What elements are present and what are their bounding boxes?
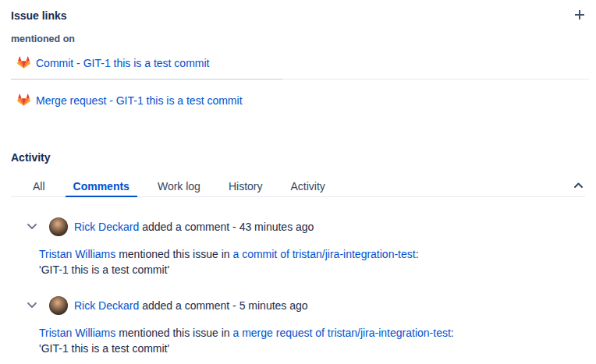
- comment-meta: added a comment - 5 minutes ago: [142, 299, 307, 312]
- tab-history[interactable]: History: [221, 177, 271, 197]
- commit-link[interactable]: Commit - GIT-1 this is a test commit: [36, 57, 209, 69]
- tab-work-log[interactable]: Work log: [150, 177, 208, 197]
- issue-link-divider: [11, 79, 589, 80]
- collapse-activity-button[interactable]: [574, 182, 583, 189]
- comment-item: Rick Deckard added a comment - 5 minutes…: [11, 296, 585, 356]
- comment-body: Tristan Williams mentioned this issue in…: [39, 325, 585, 356]
- add-issue-link-button[interactable]: [574, 9, 585, 22]
- comment-body-line: Tristan Williams mentioned this issue in…: [39, 325, 585, 341]
- issue-link-row-merge-request: Merge request - GIT-1 this is a test com…: [11, 94, 585, 108]
- tab-comments[interactable]: Comments: [66, 177, 137, 197]
- activity-section: Activity All Comments Work log History A…: [0, 151, 596, 356]
- comment-body-text: mentioned this issue in: [119, 327, 229, 339]
- comment-meta: added a comment - 43 minutes ago: [142, 221, 314, 233]
- merge-request-link[interactable]: Merge request - GIT-1 this is a test com…: [36, 94, 243, 107]
- chevron-up-icon: [574, 179, 583, 191]
- issue-link-row-commit: Commit - GIT-1 this is a test commit: [11, 56, 585, 70]
- comment-header: Rick Deckard added a comment - 43 minute…: [11, 217, 585, 236]
- comment-body-text: mentioned this issue in: [119, 248, 229, 260]
- issue-links-header: Issue links: [11, 9, 585, 22]
- collapse-comment-button[interactable]: [27, 224, 37, 230]
- tab-all[interactable]: All: [25, 177, 53, 197]
- avatar: [49, 296, 68, 315]
- mention-source-link[interactable]: a merge request of tristan/jira-integrat…: [232, 327, 450, 339]
- comment-body-suffix: :: [451, 327, 454, 339]
- gitlab-icon: [17, 56, 36, 71]
- issue-links-title: Issue links: [11, 9, 67, 22]
- tab-activity[interactable]: Activity: [282, 177, 332, 197]
- comment-body: Tristan Williams mentioned this issue in…: [39, 246, 585, 277]
- comment-body-line: Tristan Williams mentioned this issue in…: [39, 246, 585, 262]
- mention-author-link[interactable]: Tristan Williams: [39, 248, 115, 260]
- collapse-comment-button[interactable]: [27, 302, 37, 309]
- plus-icon: [574, 11, 585, 23]
- mention-author-link[interactable]: Tristan Williams: [39, 327, 115, 339]
- comment-quote: 'GIT-1 this is a test commit': [39, 262, 585, 277]
- link-group-label: mentioned on: [11, 34, 585, 44]
- chevron-down-icon: [27, 299, 37, 311]
- comment-quote: 'GIT-1 this is a test commit': [39, 341, 585, 356]
- avatar: [49, 217, 68, 236]
- activity-tabbar: All Comments Work log History Activity: [11, 177, 585, 197]
- comment-title: Rick Deckard added a comment - 5 minutes…: [74, 299, 308, 312]
- comment-item: Rick Deckard added a comment - 43 minute…: [11, 217, 585, 277]
- chevron-down-icon: [27, 221, 37, 232]
- comment-author-link[interactable]: Rick Deckard: [74, 299, 139, 312]
- activity-title: Activity: [11, 151, 585, 164]
- comment-header: Rick Deckard added a comment - 5 minutes…: [11, 296, 585, 315]
- issue-links-section: Issue links mentioned on Commit - GIT-1 …: [0, 0, 596, 108]
- comment-list: Rick Deckard added a comment - 43 minute…: [11, 217, 585, 356]
- comment-title: Rick Deckard added a comment - 43 minute…: [74, 221, 314, 233]
- gitlab-icon: [17, 94, 36, 108]
- comment-body-suffix: :: [416, 248, 419, 260]
- comment-author-link[interactable]: Rick Deckard: [74, 221, 139, 233]
- mention-source-link[interactable]: a commit of tristan/jira-integration-tes…: [232, 248, 415, 260]
